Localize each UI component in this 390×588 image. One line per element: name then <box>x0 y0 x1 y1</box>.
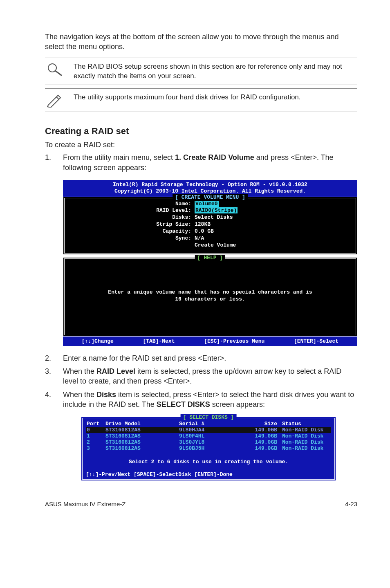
bios-create-volume-screen: Intel(R) Rapid Storage Technology - Opti… <box>63 180 357 346</box>
col-model-header: Drive Model <box>105 421 179 427</box>
footer-left: ASUS Maximus IV Extreme-Z <box>45 500 126 507</box>
step-1-number: 1. <box>45 153 63 162</box>
row2-serial: 3LS0JYL8 <box>179 439 240 445</box>
kv-disks-label: Disks: <box>69 214 195 221</box>
row3-serial: 9LS0BJ5H <box>179 445 240 451</box>
select-disks-legend: [ SELECT DISKS ] <box>181 414 237 420</box>
disks-row-3: 3 ST3160812AS 9LS0BJ5H 149.0GB Non-RAID … <box>86 445 331 451</box>
footer-right: 4-23 <box>345 500 357 507</box>
sub-intro: To create a RAID set: <box>45 141 357 149</box>
row0-port: 0 <box>87 427 105 433</box>
note-utility: The utility supports maximum four hard d… <box>45 88 357 112</box>
disks-row-2: 2 ST3160812AS 3LS0JYL8 149.0GB Non-RAID … <box>86 439 331 445</box>
disks-row-0: 0 ST3160812AS 9LS0HJA4 149.0GB Non-RAID … <box>86 427 331 433</box>
kv-name-label: Name: <box>69 201 195 208</box>
bios-hint-next: [TAB]-Next <box>143 338 175 344</box>
bios-bottom-bar: [↑↓]Change [TAB]-Next [ESC]-Previous Men… <box>63 337 357 346</box>
svg-line-3 <box>56 97 59 99</box>
row1-model: ST3160812AS <box>105 433 179 439</box>
step-1-text: From the utility main menu, select 1. Cr… <box>63 153 357 173</box>
col-size-header: Size <box>240 421 282 427</box>
step-4-bold-disks: Disks <box>96 391 116 399</box>
col-port-header: Port <box>87 421 105 427</box>
row0-size: 149.0GB <box>240 427 282 433</box>
step-3-text-a: When the <box>63 367 96 375</box>
row3-size: 149.0GB <box>240 445 282 451</box>
disks-row-1: 1 ST3160812AS 9LS0F4HL 149.0GB Non-RAID … <box>86 433 331 439</box>
step-1-text-a: From the utility main menu, select <box>63 153 175 162</box>
kv-sync-label: Sync: <box>69 235 195 242</box>
row0-status: Non-RAID Disk <box>282 427 330 433</box>
step-4-text-a: When the <box>63 391 96 399</box>
row2-status: Non-RAID Disk <box>282 439 330 445</box>
step-1: 1. From the utility main menu, select 1.… <box>45 153 357 173</box>
kv-raid-value: RAID0(Stripe) <box>195 207 238 213</box>
bios-create-legend: [ CREATE VOLUME MENU ] <box>173 194 248 201</box>
bios-help-line2: 16 characters or less. <box>175 296 245 303</box>
step-3: 3. When the RAID Level item is selected,… <box>45 366 357 386</box>
svg-line-1 <box>55 71 61 75</box>
note-reference: The RAID BIOS setup screens shown in thi… <box>45 58 357 85</box>
pencil-icon <box>45 93 74 108</box>
disks-header-row: Port Drive Model Serial # Size Status <box>86 421 331 427</box>
row1-size: 149.0GB <box>240 433 282 439</box>
select-disks-screen: [ SELECT DISKS ] Port Drive Model Serial… <box>81 417 336 481</box>
row3-port: 3 <box>87 445 105 451</box>
kv-disks-value: Select Disks <box>195 214 352 221</box>
intro-paragraph: The navigation keys at the bottom of the… <box>45 32 357 52</box>
row3-model: ST3160812AS <box>105 445 179 451</box>
kv-capacity-value: 0.0 GB <box>195 228 352 235</box>
disks-footer-hints: [↑↓]-Prev/Next [SPACE]-SelectDisk [ENTER… <box>86 471 331 478</box>
kv-name-value: Volume0 <box>195 201 219 207</box>
note-utility-text: The utility supports maximum four hard d… <box>74 93 357 102</box>
row3-status: Non-RAID Disk <box>282 445 330 451</box>
row2-model: ST3160812AS <box>105 439 179 445</box>
disks-select-note: Select 2 to 6 disks to use in creating t… <box>86 451 331 471</box>
row1-serial: 9LS0F4HL <box>179 433 240 439</box>
row1-status: Non-RAID Disk <box>282 433 330 439</box>
step-3-bold: RAID Level <box>96 367 135 375</box>
step-2-number: 2. <box>45 353 63 363</box>
row0-model: ST3160812AS <box>105 427 179 433</box>
bios-hint-change: [↑↓]Change <box>82 338 114 344</box>
bios-create-volume-panel: [ CREATE VOLUME MENU ] Name:Volume0 RAID… <box>63 197 357 255</box>
bios-help-line1: Enter a unique volume name that has no s… <box>108 289 312 296</box>
bios-hint-prev: [ESC]-Previous Menu <box>204 338 264 344</box>
step-4-text: When the Disks item is selected, press <… <box>63 390 357 410</box>
page-footer: ASUS Maximus IV Extreme-Z 4-23 <box>45 500 357 507</box>
row2-size: 149.0GB <box>240 439 282 445</box>
step-4-bold-select: SELECT DISKS <box>157 400 210 408</box>
note-reference-text: The RAID BIOS setup screens shown in thi… <box>74 62 357 81</box>
step-2-text: Enter a name for the RAID set and press … <box>63 353 357 363</box>
magnifier-icon <box>45 62 74 77</box>
bios-header-line1: Intel(R) Rapid Storage Technology - Opti… <box>67 182 353 188</box>
bios-help-legend: [ HELP ] <box>195 255 225 262</box>
step-3-number: 3. <box>45 366 63 376</box>
col-status-header: Status <box>282 421 330 427</box>
bios-help-panel: [ HELP ] Enter a unique volume name that… <box>63 257 357 337</box>
kv-create-volume: Create Volume <box>195 242 352 249</box>
step-4: 4. When the Disks item is selected, pres… <box>45 390 357 410</box>
kv-strip-value: 128KB <box>195 221 352 228</box>
step-3-text: When the RAID Level item is selected, pr… <box>63 366 357 386</box>
step-2: 2. Enter a name for the RAID set and pre… <box>45 353 357 363</box>
kv-capacity-label: Capacity: <box>69 228 195 235</box>
svg-marker-2 <box>47 95 61 108</box>
kv-raid-label: RAID Level: <box>69 207 195 214</box>
row1-port: 1 <box>87 433 105 439</box>
kv-strip-label: Strip Size: <box>69 221 195 228</box>
step-1-bold: 1. Create RAID Volume <box>175 153 254 162</box>
section-heading: Creating a RAID set <box>45 126 357 137</box>
step-4-number: 4. <box>45 390 63 399</box>
bios-hint-select: [ENTER]-Select <box>294 338 338 344</box>
row0-serial: 9LS0HJA4 <box>179 427 240 433</box>
kv-blank <box>69 242 195 249</box>
col-serial-header: Serial # <box>179 421 240 427</box>
row2-port: 2 <box>87 439 105 445</box>
step-4-text-e: screen appears: <box>210 400 265 408</box>
kv-sync-value: N/A <box>195 235 352 242</box>
